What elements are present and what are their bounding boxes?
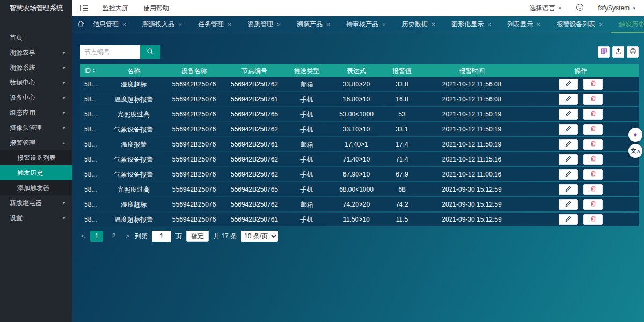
page-size-select[interactable]: 10 条/页 bbox=[241, 231, 278, 241]
tab[interactable]: 历史数据× bbox=[394, 16, 443, 33]
sidebar-item[interactable]: 摄像头管理▼ bbox=[0, 120, 72, 135]
cell-node: 556942B250765 bbox=[225, 111, 284, 118]
language-select[interactable]: 选择语言 ▼ bbox=[529, 4, 562, 13]
next-page-icon[interactable]: > bbox=[125, 232, 130, 240]
tab[interactable]: 溯源投入品× bbox=[134, 16, 190, 33]
cell-node: 556942B250761 bbox=[225, 216, 284, 223]
page-number[interactable]: 2 bbox=[107, 231, 120, 241]
sparkle-button[interactable]: ✦ bbox=[628, 128, 642, 142]
tab[interactable]: 溯源产品× bbox=[289, 16, 338, 33]
sidebar-item[interactable]: 设备中心▼ bbox=[0, 90, 72, 105]
sidebar-subitem[interactable]: 添加触发器 bbox=[0, 180, 72, 195]
sidebar-item[interactable]: 数据中心▼ bbox=[0, 75, 72, 90]
delete-button[interactable] bbox=[583, 109, 603, 120]
cell-push: 手机 bbox=[284, 110, 330, 119]
edit-button[interactable] bbox=[559, 124, 578, 135]
sidebar-item-label: 设备中心 bbox=[10, 93, 35, 103]
goto-page-input[interactable] bbox=[152, 231, 171, 241]
delete-button[interactable] bbox=[583, 184, 603, 195]
user-menu[interactable]: fsfySystem ▼ bbox=[598, 4, 636, 12]
sidebar-item[interactable]: 组态应用▼ bbox=[0, 105, 72, 120]
tab[interactable]: 列表显示× bbox=[499, 16, 548, 33]
column-header: 操作 bbox=[523, 67, 639, 76]
row-actions bbox=[523, 124, 639, 135]
print-icon bbox=[630, 48, 636, 56]
export-button[interactable] bbox=[612, 46, 624, 58]
delete-button[interactable] bbox=[583, 154, 603, 165]
tab[interactable]: 待审核产品× bbox=[338, 16, 394, 33]
translate-button[interactable]: 文A bbox=[628, 144, 642, 158]
sidebar-item-label: 溯源系统 bbox=[10, 63, 35, 72]
tab-close-icon[interactable]: × bbox=[277, 21, 281, 28]
sidebar-item[interactable]: 设置▼ bbox=[0, 210, 72, 225]
tab-close-icon[interactable]: × bbox=[326, 21, 330, 28]
sidebar-item[interactable]: 报警管理▲ bbox=[0, 135, 72, 150]
tab[interactable]: 报警设备列表× bbox=[548, 16, 611, 33]
sidebar-item[interactable]: 溯源农事▼ bbox=[0, 45, 72, 60]
edit-button[interactable] bbox=[559, 214, 578, 225]
tab-close-icon[interactable]: × bbox=[382, 21, 386, 28]
tab-close-icon[interactable]: × bbox=[431, 21, 435, 28]
tab[interactable]: 资质管理× bbox=[239, 16, 289, 33]
edit-button[interactable] bbox=[559, 94, 578, 105]
cell-node: 556942B250761 bbox=[225, 141, 284, 148]
delete-button[interactable] bbox=[583, 124, 603, 135]
column-header-label: 报警值 bbox=[392, 67, 412, 75]
goto-confirm-button[interactable]: 确定 bbox=[186, 231, 209, 241]
sidebar-item[interactable]: 新版继电器▼ bbox=[0, 195, 72, 210]
sidebar-item[interactable]: 首页 bbox=[0, 30, 72, 45]
nav-link-monitor-screen[interactable]: 监控大屏 bbox=[103, 4, 128, 13]
cell-id: 58... bbox=[80, 96, 104, 103]
tab[interactable]: 信息管理× bbox=[85, 16, 134, 33]
tab-label: 列表显示 bbox=[507, 20, 533, 29]
tab-close-icon[interactable]: × bbox=[599, 21, 603, 28]
top-navbar: 监控大屏 使用帮助 选择语言 ▼ fsfySystem ▼ bbox=[72, 0, 644, 16]
tab-close-icon[interactable]: × bbox=[122, 21, 126, 28]
tab-label: 待审核产品 bbox=[346, 20, 378, 29]
trash-icon bbox=[590, 185, 597, 194]
search-button[interactable] bbox=[140, 45, 160, 59]
edit-button[interactable] bbox=[559, 169, 578, 180]
edit-button[interactable] bbox=[559, 139, 578, 150]
edit-button[interactable] bbox=[559, 199, 578, 210]
edit-button[interactable] bbox=[559, 154, 578, 165]
menu-collapse-icon[interactable] bbox=[80, 5, 89, 12]
tab[interactable]: 任务管理× bbox=[190, 16, 239, 33]
edit-button[interactable] bbox=[559, 184, 578, 195]
tab-close-icon[interactable]: × bbox=[487, 21, 491, 28]
caret-down-icon: ▼ bbox=[62, 96, 65, 100]
delete-button[interactable] bbox=[583, 79, 603, 90]
filter-columns-button[interactable] bbox=[598, 46, 610, 58]
tab-home[interactable] bbox=[77, 16, 85, 33]
nav-link-help[interactable]: 使用帮助 bbox=[143, 4, 169, 13]
cell-expr: 74.20>20 bbox=[330, 201, 383, 208]
row-actions bbox=[523, 214, 639, 225]
tab[interactable]: 图形化显示× bbox=[443, 16, 499, 33]
sort-icon[interactable]: ▲▼ bbox=[92, 68, 96, 74]
cell-device: 556942B25076 bbox=[163, 156, 225, 163]
tab-close-icon[interactable]: × bbox=[178, 21, 182, 28]
cell-id: 58... bbox=[80, 186, 104, 193]
edit-button[interactable] bbox=[559, 109, 578, 120]
sidebar-subitem[interactable]: 触发历史 bbox=[0, 165, 72, 180]
delete-button[interactable] bbox=[583, 199, 603, 210]
delete-button[interactable] bbox=[583, 169, 603, 180]
node-number-search-input[interactable] bbox=[80, 45, 140, 59]
tab-close-icon[interactable]: × bbox=[228, 21, 231, 28]
sidebar-subitem[interactable]: 报警设备列表 bbox=[0, 150, 72, 165]
delete-button[interactable] bbox=[583, 94, 603, 105]
tab-close-icon[interactable]: × bbox=[537, 21, 540, 28]
column-header: 节点编号 bbox=[225, 67, 284, 76]
sidebar-item[interactable]: 溯源系统▼ bbox=[0, 60, 72, 75]
page-number[interactable]: 1 bbox=[90, 231, 103, 241]
cell-value: 33.8 bbox=[383, 80, 421, 88]
table-row: 58...光照度过高556942B25076556942B250765手机68.… bbox=[80, 182, 639, 196]
tab[interactable]: 触发历史× bbox=[611, 16, 644, 33]
theme-icon[interactable] bbox=[576, 3, 584, 13]
tab-label: 信息管理 bbox=[93, 20, 119, 29]
print-button[interactable] bbox=[627, 46, 639, 58]
delete-button[interactable] bbox=[583, 214, 603, 225]
edit-button[interactable] bbox=[559, 79, 578, 90]
prev-page-icon[interactable]: < bbox=[80, 232, 86, 240]
delete-button[interactable] bbox=[583, 139, 603, 150]
